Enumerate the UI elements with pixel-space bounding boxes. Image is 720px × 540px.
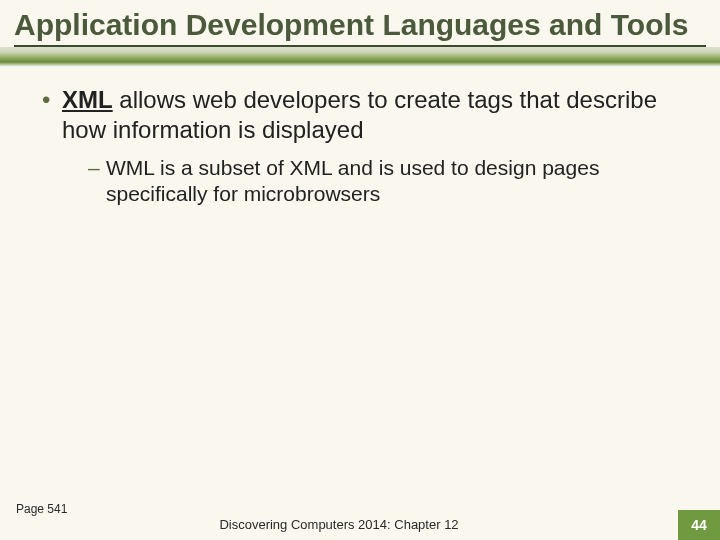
slide-number-badge: 44 xyxy=(678,510,720,540)
bullet1-rest: allows web developers to create tags tha… xyxy=(62,86,657,143)
footer-bar: Discovering Computers 2014: Chapter 12 4… xyxy=(0,510,720,540)
content-area: XML allows web developers to create tags… xyxy=(0,67,720,208)
bullet1-strong: XML xyxy=(62,86,113,113)
bullet-level2: WML is a subset of XML and is used to de… xyxy=(88,155,694,208)
slide-title: Application Development Languages and To… xyxy=(14,8,706,43)
footer-center-text: Discovering Computers 2014: Chapter 12 xyxy=(0,517,678,534)
decorative-gradient-band xyxy=(0,47,720,67)
bullet-level1: XML allows web developers to create tags… xyxy=(42,85,694,208)
